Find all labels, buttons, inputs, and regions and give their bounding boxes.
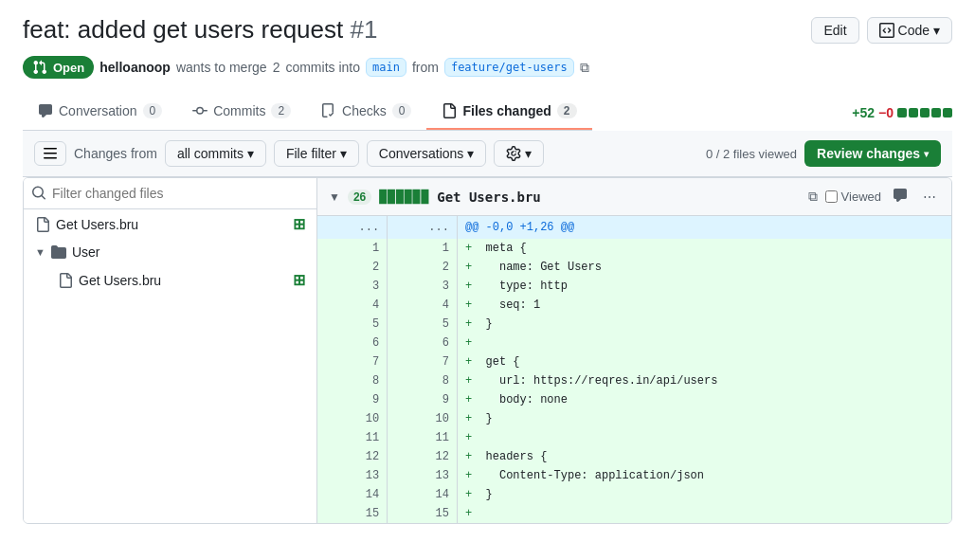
diff-line-1: 1 1 + meta { <box>317 239 951 258</box>
expand-icon <box>43 146 58 161</box>
line-num-15: 15 <box>317 504 388 523</box>
line-num-7: 7 <box>317 352 388 371</box>
line-code-5: + } <box>457 315 951 334</box>
conversations-button[interactable]: Conversations ▾ <box>367 140 487 167</box>
diff-blocks-visual: ██████ <box>379 190 429 204</box>
line-num-11: 11 <box>317 428 388 447</box>
line-num-5: 5 <box>317 315 388 334</box>
diff-line-count: 26 <box>348 190 371 205</box>
tab-checks[interactable]: Checks 0 <box>306 94 426 130</box>
comment-button[interactable] <box>889 186 912 208</box>
tree-add-btn-2[interactable]: ⊞ <box>293 271 305 289</box>
line-code-12: + headers { <box>457 447 951 466</box>
tab-commits[interactable]: Commits 2 <box>177 94 306 130</box>
tree-item-get-users-root[interactable]: Get Users.bru ⊞ <box>24 209 316 239</box>
files-viewed-count: 0 / 2 files viewed <box>706 147 797 161</box>
line-num-6: 6 <box>317 334 388 352</box>
diff-actions: Viewed ⋯ <box>825 186 940 208</box>
line-num-13: 13 <box>317 466 388 485</box>
diff-block-3 <box>920 108 930 117</box>
diff-stats: +52 −0 <box>852 105 952 120</box>
status-text: Open <box>53 61 84 75</box>
merge-text: wants to merge <box>176 60 267 75</box>
tab-conversation[interactable]: Conversation 0 <box>23 94 177 130</box>
line-code-10: + } <box>457 409 951 428</box>
tab-commits-count: 2 <box>271 103 291 118</box>
line-num-3: 3 <box>317 277 388 296</box>
diff-line-13: 13 13 + Content-Type: application/json <box>317 466 951 485</box>
filter-changed-files-input[interactable] <box>24 178 316 209</box>
all-commits-arrow: ▾ <box>247 146 254 161</box>
all-commits-label: all commits <box>177 146 244 161</box>
line-num-1: 1 <box>317 239 388 258</box>
viewed-checkbox[interactable] <box>825 190 838 203</box>
line-num-4: 4 <box>317 296 388 315</box>
tab-files-changed-label: Files changed <box>462 103 551 118</box>
tab-files-changed[interactable]: Files changed 2 <box>426 94 591 130</box>
line-num-12b: 12 <box>388 447 458 466</box>
folder-collapse-arrow: ▼ <box>35 246 45 258</box>
tab-conversation-count: 0 <box>143 103 163 118</box>
split-layout: Get Users.bru ⊞ ▼ User Get Users.bru ⊞ <box>23 177 952 524</box>
diff-deletions: −0 <box>878 105 894 120</box>
diff-line-5: 5 5 + } <box>317 315 951 334</box>
line-num-2b: 2 <box>388 258 458 277</box>
gear-icon <box>506 146 521 161</box>
comment-icon <box>893 188 908 203</box>
status-badge: Open <box>23 56 94 79</box>
base-branch[interactable]: main <box>366 58 406 77</box>
hunk-right-dots: ... <box>388 216 458 239</box>
expand-tree-button[interactable] <box>34 141 66 166</box>
tabs-list: Conversation 0 Commits 2 Checks 0 Files … <box>23 94 592 131</box>
tree-filename-2: Get Users.bru <box>79 273 161 288</box>
more-options-button[interactable]: ⋯ <box>919 188 940 207</box>
author-name[interactable]: helloanoop <box>99 60 171 75</box>
tree-add-btn-1[interactable]: ⊞ <box>293 215 305 233</box>
head-branch[interactable]: feature/get-users <box>444 58 574 77</box>
hunk-left-dots: ... <box>317 216 388 239</box>
all-commits-button[interactable]: all commits ▾ <box>165 140 266 167</box>
edit-button[interactable]: Edit <box>811 17 858 44</box>
review-changes-label: Review changes <box>817 146 920 161</box>
diff-line-10: 10 10 + } <box>317 409 951 428</box>
pr-title-text: feat: added get users request <box>23 15 343 44</box>
line-num-2: 2 <box>317 258 388 277</box>
code-button[interactable]: Code ▾ <box>867 17 952 44</box>
line-code-9: + body: none <box>457 390 951 409</box>
viewed-label[interactable]: Viewed <box>825 190 881 204</box>
code-dropdown-arrow: ▾ <box>933 23 940 38</box>
line-num-5b: 5 <box>388 315 458 334</box>
review-changes-button[interactable]: Review changes ▾ <box>804 140 941 167</box>
line-num-14: 14 <box>317 485 388 504</box>
header-actions: Edit Code ▾ <box>811 17 952 44</box>
line-num-6b: 6 <box>388 334 458 352</box>
line-num-10b: 10 <box>388 409 458 428</box>
from-text: from <box>412 60 439 75</box>
file-filter-button[interactable]: File filter ▾ <box>274 140 359 167</box>
line-code-11: + <box>457 428 951 447</box>
files-toolbar: Changes from all commits ▾ File filter ▾… <box>23 131 952 177</box>
settings-button[interactable]: ▾ <box>494 140 544 167</box>
line-num-14b: 14 <box>388 485 458 504</box>
tab-checks-label: Checks <box>342 103 387 118</box>
diff-line-14: 14 14 + } <box>317 485 951 504</box>
diff-collapse-arrow[interactable]: ▼ <box>329 190 340 204</box>
file-icon-1 <box>35 217 50 232</box>
diff-line-6: 6 6 + <box>317 334 951 352</box>
line-num-9: 9 <box>317 390 388 409</box>
line-code-14: + } <box>457 485 951 504</box>
changes-from-label: Changes from <box>74 146 157 161</box>
checks-icon <box>321 103 336 118</box>
line-num-10: 10 <box>317 409 388 428</box>
tree-folder-user[interactable]: ▼ User <box>24 239 316 265</box>
tree-filename-1: Get Users.bru <box>56 217 138 232</box>
tree-item-get-users-child[interactable]: Get Users.bru ⊞ <box>24 265 316 295</box>
copy-path-icon[interactable]: ⧉ <box>808 189 818 205</box>
open-pr-icon <box>32 60 47 75</box>
code-icon <box>879 23 894 38</box>
line-num-11b: 11 <box>388 428 458 447</box>
copy-branch-icon[interactable]: ⧉ <box>580 60 589 76</box>
viewed-text: Viewed <box>841 190 881 204</box>
line-num-15b: 15 <box>388 504 458 523</box>
diff-line-12: 12 12 + headers { <box>317 447 951 466</box>
